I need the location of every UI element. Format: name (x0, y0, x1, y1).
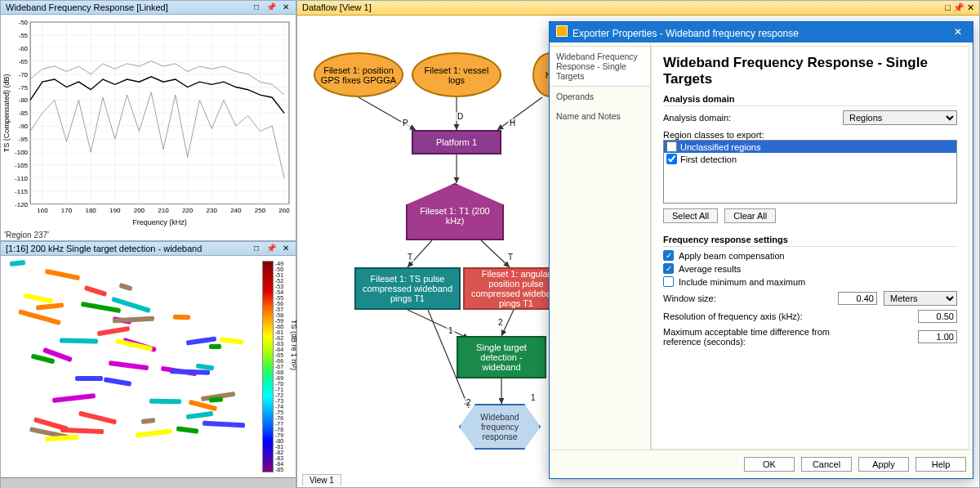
svg-text:-80: -80 (18, 96, 28, 104)
chart-status: 'Region 237' (1, 230, 296, 240)
help-button[interactable]: Help (915, 457, 966, 472)
clear-all-button[interactable]: Clear All (724, 208, 776, 223)
dataflow-tab[interactable]: View 1 (302, 474, 341, 486)
include-minmax-checkbox[interactable]: Include minimum and maximum (663, 276, 957, 287)
svg-line-57 (497, 97, 542, 130)
echogram-view[interactable] (1, 256, 259, 477)
svg-text:-90: -90 (18, 123, 28, 130)
edge-label-2b: 2 (465, 398, 473, 407)
ok-button[interactable]: OK (744, 457, 795, 472)
dialog-main: Wideband Frequency Response - Single Tar… (651, 46, 969, 450)
svg-text:180: 180 (85, 207, 96, 214)
node-tspulse[interactable]: Fileset 1: TS pulse compressed wideband … (354, 267, 461, 310)
freq-settings-head: Frequency response settings (663, 235, 957, 247)
svg-text:TS (Compensated) (dB): TS (Compensated) (dB) (2, 74, 11, 152)
nav-item-operands[interactable]: Operands (550, 87, 650, 106)
svg-text:200: 200 (134, 207, 145, 214)
select-all-button[interactable]: Select All (663, 208, 718, 223)
resolution-input[interactable] (918, 310, 957, 323)
region-classes-listbox[interactable]: Unclassified regions First detection (663, 140, 957, 204)
svg-text:Frequency (kHz): Frequency (kHz) (132, 218, 187, 226)
apply-button[interactable]: Apply (858, 457, 909, 472)
edge-label-2a: 2 (497, 318, 505, 327)
svg-line-60 (481, 240, 510, 267)
svg-text:250: 250 (255, 207, 266, 214)
node-platform[interactable]: Platform 1 (412, 130, 501, 154)
node-single-target[interactable]: Single target detection - wideband (457, 336, 546, 378)
freq-response-chart[interactable]: 160170180190200210220230240250260-50-55-… (1, 15, 296, 230)
node-t1[interactable]: Fileset 1: T1 (200 kHz) (406, 183, 504, 240)
svg-text:-95: -95 (18, 136, 28, 143)
svg-text:160: 160 (37, 207, 48, 214)
node-wfr[interactable]: Wideband frequency response (459, 404, 541, 450)
page-heading: Wideband Frequency Response - Single Tar… (663, 55, 957, 87)
close-icon[interactable]: ✕ (281, 244, 291, 253)
edge-label-D: D (456, 112, 465, 121)
detection-titlebar[interactable]: [1:16] 200 kHz Single target detection -… (1, 242, 296, 256)
maximize-icon[interactable]: □ (945, 2, 951, 12)
edge-label-1b: 1 (529, 393, 537, 402)
list-item[interactable]: First detection (664, 153, 956, 165)
maxtime-input[interactable] (918, 330, 957, 343)
svg-text:230: 230 (207, 207, 218, 214)
close-icon[interactable]: ✕ (967, 2, 974, 12)
apply-beam-checkbox[interactable]: ✓Apply beam compensation (663, 250, 957, 261)
dialog-nav: Wideband Frequency Response - Single Tar… (550, 43, 651, 450)
svg-text:240: 240 (230, 207, 242, 214)
svg-text:-100: -100 (15, 149, 29, 156)
app-icon (556, 25, 568, 37)
list-item[interactable]: Unclassified regions (664, 141, 956, 153)
svg-text:170: 170 (61, 207, 73, 214)
dataflow-title: Dataflow [View 1] (302, 2, 372, 13)
pin-icon[interactable]: 📌 (953, 2, 964, 12)
svg-text:210: 210 (158, 207, 169, 214)
detection-title: [1:16] 200 kHz Single target detection -… (6, 244, 202, 253)
analysis-domain-head: Analysis domain (663, 94, 957, 106)
detection-panel: [1:16] 200 kHz Single target detection -… (0, 241, 296, 488)
svg-text:-115: -115 (15, 188, 29, 195)
edge-label-H: H (508, 119, 517, 128)
window-size-label: Window size: (663, 293, 716, 303)
svg-text:-105: -105 (15, 162, 29, 169)
cancel-button[interactable]: Cancel (801, 457, 852, 472)
dialog-title: Exporter Properties - Wideband frequency… (572, 28, 799, 39)
maximize-icon[interactable]: □ (252, 2, 261, 12)
nav-item-name-notes[interactable]: Name and Notes (550, 106, 650, 126)
pin-icon[interactable]: 📌 (266, 2, 276, 12)
maxtime-label: Maximum acceptable time difference from … (663, 327, 867, 347)
analysis-domain-select[interactable]: Regions (843, 110, 957, 125)
average-results-checkbox[interactable]: ✓Average results (663, 263, 957, 274)
svg-text:260: 260 (278, 207, 290, 214)
svg-text:-60: -60 (18, 45, 28, 52)
svg-text:-70: -70 (18, 71, 28, 78)
svg-text:190: 190 (109, 207, 121, 214)
checkbox[interactable] (666, 141, 677, 152)
node-gps[interactable]: Fileset 1: position GPS fixes GPGGA (314, 52, 403, 97)
freq-response-titlebar[interactable]: Wideband Frequency Response [Linked] □ 📌… (1, 1, 296, 15)
checkbox[interactable] (666, 154, 677, 164)
svg-text:-75: -75 (18, 84, 28, 92)
svg-text:-65: -65 (18, 58, 28, 65)
edge-label-1: 1 (447, 326, 455, 335)
dataflow-titlebar[interactable]: Dataflow [View 1] □ 📌 ✕ (297, 1, 979, 16)
svg-text:220: 220 (182, 207, 194, 214)
edge-label-T1: T (406, 253, 414, 262)
nav-item-wfr[interactable]: Wideband Frequency Response - Single Tar… (550, 46, 650, 87)
echogram-scrollbar[interactable] (1, 477, 296, 488)
close-icon[interactable]: ✕ (950, 26, 966, 39)
freq-response-title: Wideband Frequency Response [Linked] (6, 2, 168, 12)
node-logs[interactable]: Fileset 1: vessel logs (412, 52, 501, 97)
window-size-unit-select[interactable]: Meters (884, 291, 957, 306)
resolution-label: Resolution of frequency axis (kHz): (663, 311, 803, 321)
dialog-titlebar[interactable]: Exporter Properties - Wideband frequency… (550, 22, 973, 43)
pin-icon[interactable]: 📌 (266, 244, 276, 253)
exporter-properties-dialog: Exporter Properties - Wideband frequency… (549, 21, 973, 479)
freq-response-panel: Wideband Frequency Response [Linked] □ 📌… (0, 0, 296, 241)
svg-text:-120: -120 (15, 201, 29, 208)
svg-text:-50: -50 (18, 19, 28, 26)
maximize-icon[interactable]: □ (252, 244, 261, 253)
window-size-input[interactable] (838, 292, 877, 305)
close-icon[interactable]: ✕ (281, 2, 291, 12)
edge-label-T2: T (506, 253, 514, 262)
svg-line-61 (408, 310, 469, 338)
